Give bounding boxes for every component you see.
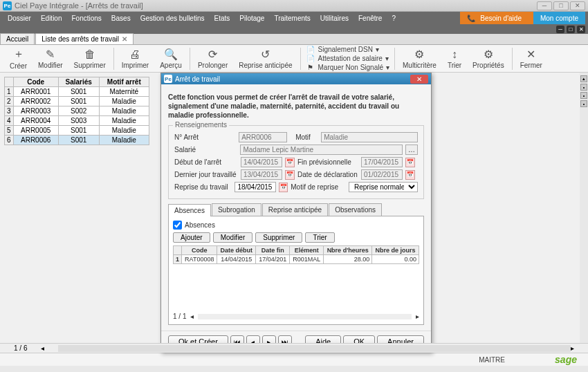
menu-help[interactable]: ? [387, 15, 401, 22]
delete-button[interactable]: 🗑Supprimer [68, 47, 111, 71]
abs-pager: 1 / 1 [173, 313, 186, 320]
fin-field[interactable] [361, 157, 403, 167]
multicriteria-button[interactable]: ⚙Multicritère [397, 46, 442, 71]
window-title: Ciel Paye Intégrale - [Arrêts de travail… [15, 1, 537, 10]
absences-checkbox[interactable] [173, 221, 182, 230]
fieldset-renseignements: Renseignements N° Arrêt Motif Salarié … … [168, 125, 424, 199]
menu-bases[interactable]: Bases [107, 15, 136, 22]
gutter-btn[interactable]: • [580, 100, 587, 107]
gutter-btn[interactable]: • [580, 84, 587, 91]
scroll-right-icon[interactable]: ▸ [571, 344, 574, 352]
account-button[interactable]: Mon compte [533, 12, 585, 24]
filter-icon: ⚙ [414, 48, 424, 61]
attest-icon: 📄 [306, 55, 315, 62]
abs-scrollbar[interactable] [198, 314, 412, 319]
menu-pilotage[interactable]: Pilotage [235, 15, 269, 22]
table-row[interactable]: 2ARR0002S001Maladie [5, 97, 149, 106]
tab-absences[interactable]: Absences [168, 204, 211, 216]
mdi-minimize[interactable]: ─ [556, 26, 564, 33]
flag-icon: ⚑ [306, 64, 315, 71]
tab-accueil[interactable]: Accueil [0, 33, 35, 44]
gear-icon: ⚙ [484, 48, 493, 61]
scroll-left-icon[interactable]: ◂ [41, 344, 44, 352]
gutter-btn[interactable]: ▴ [580, 75, 587, 82]
window-close[interactable]: ✕ [570, 1, 585, 10]
table-row[interactable]: 6ARR0006S001Maladie [5, 136, 149, 145]
menu-edition[interactable]: Edition [36, 15, 67, 22]
declaration-field[interactable] [361, 169, 403, 180]
early-return-button[interactable]: ↺Reprise anticipée [233, 46, 297, 71]
tab-close-icon[interactable]: ✕ [122, 35, 127, 43]
menu-traitements[interactable]: Traitements [269, 15, 315, 22]
dernier-field[interactable] [241, 169, 282, 180]
preview-button[interactable]: 🔍Aperçu [154, 46, 187, 71]
mdi-close[interactable]: ✕ [577, 26, 585, 33]
properties-button[interactable]: ⚙Propriétés [467, 46, 510, 71]
abs-delete-button[interactable]: Supprimer [255, 232, 302, 243]
sort-icon: ↕ [452, 48, 457, 61]
table-row[interactable]: 1RAT0000814/04/201517/04/201R001MAL28.00… [174, 255, 419, 264]
absences-table[interactable]: CodeDate débutDate finElémentNbre d'heur… [173, 245, 419, 264]
menu-utilitaires[interactable]: Utilitaires [315, 15, 353, 22]
calendar-icon[interactable]: 📅 [405, 170, 415, 180]
menubar: Dossier Edition Fonctions Bases Gestion … [0, 12, 588, 24]
modify-button[interactable]: ✎Modifier [33, 46, 68, 71]
create-button[interactable]: ＋Créer [4, 46, 33, 71]
dialog-intro: Cette fonction vous permet de créer l'ar… [168, 93, 424, 120]
calendar-icon[interactable]: 📅 [285, 170, 295, 180]
printer-icon: 🖨 [129, 48, 140, 61]
mdi-restore[interactable]: □ [567, 26, 575, 33]
menu-fenetre[interactable]: Fenêtre [353, 15, 387, 22]
arrets-table[interactable]: CodeSalariésMotif arrêt 1ARR0001S001Mate… [4, 77, 149, 145]
close-button[interactable]: ✕Fermer [515, 46, 548, 71]
dialog-close-button[interactable]: ✕ [410, 75, 428, 84]
abs-sort-button[interactable]: Trier [305, 232, 334, 243]
abs-add-button[interactable]: Ajouter [173, 232, 210, 243]
tab-subrogation[interactable]: Subrogation [212, 203, 261, 216]
dialog-titlebar[interactable]: Pe Arrêt de travail ✕ [161, 73, 431, 84]
dialog-tabs: Absences Subrogation Reprise anticipée O… [168, 203, 424, 216]
col-code[interactable]: Code [13, 77, 58, 87]
motif-field[interactable] [321, 132, 418, 142]
table-row[interactable]: 1ARR0001S001Maternité [5, 87, 149, 97]
attestation-button[interactable]: 📄Attestation de salaire ▾ [303, 54, 393, 63]
calendar-icon[interactable]: 📅 [405, 158, 415, 167]
sort-button[interactable]: ↕Trier [442, 47, 467, 71]
table-row[interactable]: 5ARR0005S001Maladie [5, 126, 149, 136]
salarie-lookup-button[interactable]: … [405, 145, 418, 155]
menu-dossier[interactable]: Dossier [3, 15, 36, 22]
debut-field[interactable] [241, 157, 282, 167]
motif-reprise-select[interactable]: Reprise normale [349, 182, 418, 192]
dsn-icon: 📄 [306, 46, 315, 53]
reprise-field[interactable] [235, 182, 276, 192]
scroll-right-icon[interactable]: ▸ [416, 313, 419, 320]
menu-gestion[interactable]: Gestion des bulletins [136, 15, 210, 22]
arret-dialog: Pe Arrêt de travail ✕ Cette fonction vou… [160, 73, 432, 353]
calendar-icon[interactable]: 📅 [285, 158, 295, 167]
col-salaries[interactable]: Salariés [58, 77, 99, 87]
tab-arrets[interactable]: Liste des arrêts de travail✕ [35, 33, 134, 44]
abs-modify-button[interactable]: Modifier [213, 232, 253, 243]
help-button[interactable]: 📞 Besoin d'aide [460, 12, 533, 24]
print-button[interactable]: 🖨Imprimer [116, 47, 154, 71]
dialog-app-icon: Pe [164, 75, 172, 83]
calendar-icon[interactable]: 📅 [279, 183, 288, 192]
salarie-field[interactable] [240, 145, 403, 155]
extend-button[interactable]: ⟳Prolonger [192, 46, 233, 71]
tab-observations[interactable]: Observations [329, 203, 382, 216]
window-maximize[interactable]: □ [553, 1, 569, 10]
pencil-icon: ✎ [46, 48, 55, 61]
col-motif[interactable]: Motif arrêt [99, 77, 149, 87]
mark-button[interactable]: ⚑Marquer Non Signalé ▾ [303, 63, 393, 72]
table-row[interactable]: 4ARR0004S003Maladie [5, 116, 149, 126]
menu-etats[interactable]: Etats [209, 15, 235, 22]
tab-reprise-anticipee[interactable]: Reprise anticipée [262, 203, 328, 216]
gutter-btn[interactable]: • [580, 92, 587, 99]
main-scrollbar[interactable] [58, 345, 571, 352]
table-row[interactable]: 3ARR0003S002Maladie [5, 106, 149, 116]
menu-fonctions[interactable]: Fonctions [66, 15, 106, 22]
dsn-button[interactable]: 📄Signalement DSN ▾ [303, 45, 393, 54]
scroll-left-icon[interactable]: ◂ [190, 313, 194, 320]
window-minimize[interactable]: ─ [537, 1, 552, 10]
num-arret-field[interactable] [239, 132, 287, 142]
